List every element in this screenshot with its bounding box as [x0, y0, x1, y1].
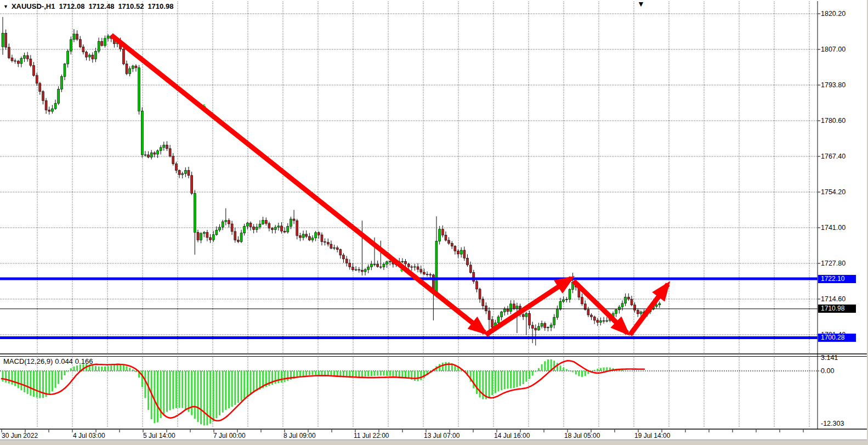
- support-price-badge: 1700.28: [818, 334, 856, 342]
- date-axis-label: 7 Jul 00:00: [213, 432, 246, 440]
- macd-main-value: 0.044: [55, 357, 73, 365]
- date-axis-label: 11 Jul 22:00: [354, 432, 389, 440]
- price-axis-label: 1754.20: [821, 188, 846, 196]
- date-axis-label: 14 Jul 16:00: [494, 432, 530, 440]
- macd-axis-label: 0.00: [821, 367, 834, 375]
- chart-svg: [0, 0, 868, 445]
- ohlc-open-value: 1712.08: [59, 2, 84, 10]
- window-bottom-edge: [0, 440, 868, 445]
- chart-header: ▼XAUUSD-,H11712.081712.481710.521710.98: [3, 2, 173, 10]
- date-axis-label: 30 Jun 2022: [2, 432, 38, 440]
- macd-signal-value: 0.166: [75, 357, 93, 365]
- date-axis-label: 5 Jul 14:00: [143, 432, 175, 440]
- date-axis-label: 19 Jul 14:00: [634, 432, 670, 440]
- chart-canvas[interactable]: [0, 0, 868, 445]
- symbol-period-label: XAUUSD-,H1: [12, 2, 55, 10]
- price-axis-label: 1727.80: [821, 259, 846, 268]
- date-axis-label: 8 Jul 09:00: [283, 432, 316, 440]
- price-axis-label: 1807.00: [821, 45, 846, 54]
- macd-indicator-header: MACD(12,26,9)0.0440.166: [3, 357, 95, 365]
- symbol-dropdown-icon[interactable]: ▼: [3, 4, 8, 9]
- trading-chart-window: ▼XAUUSD-,H11712.081712.481710.521710.98 …: [0, 0, 868, 445]
- current-price-badge: 1710.98: [818, 305, 856, 313]
- ohlc-high-value: 1712.48: [88, 2, 114, 10]
- chart-shift-marker-icon[interactable]: ▼: [637, 0, 645, 8]
- date-axis-label: 4 Jul 03:00: [73, 432, 105, 440]
- price-axis-label: 1767.40: [821, 152, 846, 161]
- price-axis-label: 1780.60: [821, 116, 846, 125]
- price-axis-label: 1714.60: [821, 295, 846, 303]
- date-axis-label: 18 Jul 05:00: [564, 432, 600, 440]
- price-axis-label: 1820.20: [821, 9, 846, 18]
- ohlc-close-value: 1710.98: [147, 2, 173, 10]
- date-axis-label: 13 Jul 07:00: [424, 432, 459, 440]
- resistance-price-badge: 1722.10: [818, 275, 856, 283]
- ohlc-low-value: 1710.52: [118, 2, 144, 10]
- macd-label: MACD(12,26,9): [3, 357, 53, 365]
- macd-axis-label: 3.141: [821, 353, 838, 362]
- macd-axis-label: -12.303: [821, 419, 844, 428]
- price-axis-label: 1793.80: [821, 81, 846, 89]
- price-axis-label: 1741.00: [821, 223, 846, 232]
